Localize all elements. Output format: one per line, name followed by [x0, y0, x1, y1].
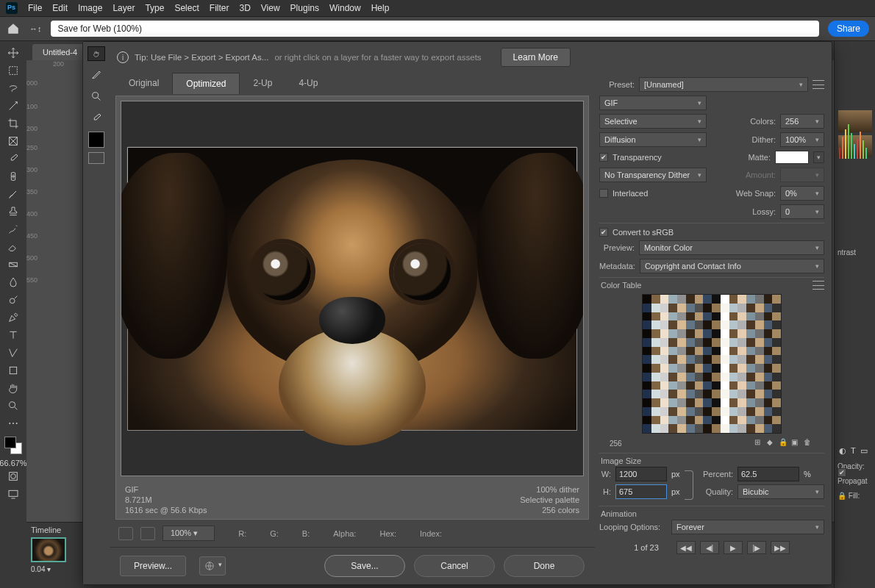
- brush-tool[interactable]: [4, 185, 23, 203]
- prev-frame-button[interactable]: ◀|: [700, 541, 719, 554]
- menu-file[interactable]: File: [28, 3, 42, 13]
- screenmode-icon[interactable]: [4, 485, 23, 503]
- ct-lock-icon[interactable]: 🔒: [779, 438, 789, 448]
- tab-original[interactable]: Original: [115, 73, 172, 94]
- menu-layer[interactable]: Layer: [113, 3, 135, 13]
- adj-square-icon[interactable]: ▭: [860, 446, 868, 456]
- tab-optimized[interactable]: Optimized: [172, 73, 240, 94]
- wand-tool[interactable]: [4, 97, 23, 115]
- sfw-eyedropper-color[interactable]: [88, 132, 104, 148]
- fg-bg-swatches[interactable]: [4, 437, 22, 454]
- reduction-select[interactable]: Selective▾: [599, 114, 707, 129]
- metadata-select[interactable]: Copyright and Contact Info▾: [640, 259, 824, 273]
- sfw-eyedropper-tool[interactable]: [88, 110, 105, 127]
- frame-tool[interactable]: [4, 132, 23, 150]
- percent-input[interactable]: [738, 467, 799, 481]
- menu-view[interactable]: View: [261, 3, 280, 13]
- tab-2up[interactable]: 2-Up: [240, 73, 285, 94]
- zoom-tool[interactable]: [4, 397, 23, 415]
- lossy-select[interactable]: 0▾: [780, 204, 824, 219]
- ct-shift-icon[interactable]: ◆: [767, 438, 777, 448]
- quickmask-icon[interactable]: [4, 467, 23, 485]
- propagate-checkbox[interactable]: [838, 468, 846, 477]
- colors-select[interactable]: 256▾: [780, 114, 824, 129]
- dither-algo-select[interactable]: Diffusion▾: [599, 132, 707, 147]
- preview-select[interactable]: Monitor Color▾: [639, 240, 824, 255]
- frame-duration[interactable]: 0.04: [31, 565, 45, 573]
- adj-text-icon[interactable]: T: [851, 446, 856, 456]
- done-button[interactable]: Done: [504, 555, 585, 577]
- menu-filter[interactable]: Filter: [210, 3, 229, 13]
- zoom-select[interactable]: 100% ▾: [162, 526, 215, 541]
- share-button[interactable]: Share: [828, 21, 869, 37]
- matte-swatch[interactable]: [775, 151, 809, 164]
- sfw-slice-visibility[interactable]: [88, 152, 104, 164]
- stamp-tool[interactable]: [4, 203, 23, 220]
- lasso-tool[interactable]: [4, 79, 23, 97]
- crop-tool[interactable]: [4, 115, 23, 132]
- preview-browser-button[interactable]: [199, 556, 226, 576]
- height-input[interactable]: [615, 484, 667, 499]
- path-tool[interactable]: [4, 344, 23, 362]
- cancel-button[interactable]: Cancel: [414, 555, 495, 577]
- history-brush-tool[interactable]: [4, 220, 23, 238]
- matte-menu[interactable]: ▾: [813, 151, 824, 163]
- websnap-select[interactable]: 0%▾: [780, 186, 824, 201]
- transparency-checkbox[interactable]: [599, 153, 608, 162]
- menu-3d[interactable]: 3D: [239, 3, 250, 13]
- hand-tool[interactable]: [4, 379, 23, 397]
- play-button[interactable]: ▶: [724, 541, 743, 554]
- nudge-left-icon[interactable]: [118, 527, 133, 540]
- move-tool[interactable]: [4, 44, 23, 62]
- dodge-tool[interactable]: [4, 291, 23, 309]
- ct-snap-icon[interactable]: ⊞: [754, 438, 765, 448]
- menu-edit[interactable]: Edit: [52, 3, 68, 13]
- lock-icon[interactable]: 🔒: [838, 492, 846, 500]
- blur-tool[interactable]: [4, 273, 23, 291]
- save-button[interactable]: Save...: [324, 555, 405, 577]
- learn-more-button[interactable]: Learn More: [501, 48, 571, 67]
- frame-dur-menu-icon[interactable]: ▾: [47, 565, 51, 573]
- brightness-contrast-button[interactable]: ntrast: [835, 160, 875, 259]
- ct-new-icon[interactable]: ▣: [791, 438, 801, 448]
- interlaced-checkbox[interactable]: [599, 189, 608, 198]
- menu-window[interactable]: Window: [329, 3, 361, 13]
- gradient-tool[interactable]: [4, 256, 23, 273]
- adj-circle-icon[interactable]: ◐: [839, 446, 846, 456]
- home-icon[interactable]: [6, 22, 21, 35]
- sfw-hand-tool[interactable]: [88, 46, 105, 61]
- preview-viewport[interactable]: [121, 101, 584, 476]
- eraser-tool[interactable]: [4, 238, 23, 256]
- menu-type[interactable]: Type: [145, 3, 164, 13]
- eyedropper-tool[interactable]: [4, 150, 23, 168]
- quality-select[interactable]: Bicubic▾: [738, 484, 824, 499]
- trans-dither-select[interactable]: No Transparency Dither▾: [599, 168, 707, 182]
- preview-button[interactable]: Preview...: [120, 556, 186, 576]
- width-input[interactable]: [615, 467, 667, 481]
- loop-select[interactable]: Forever▾: [671, 520, 824, 534]
- edit-toolbar-icon[interactable]: ⋯: [4, 415, 23, 432]
- menu-image[interactable]: Image: [78, 3, 102, 13]
- last-frame-button[interactable]: ▶▶: [771, 541, 790, 554]
- heal-tool[interactable]: [4, 168, 23, 185]
- first-frame-button[interactable]: ◀◀: [676, 541, 696, 554]
- pen-tool[interactable]: [4, 309, 23, 326]
- ct-trash-icon[interactable]: 🗑: [804, 438, 814, 448]
- tab-4up[interactable]: 4-Up: [285, 73, 331, 94]
- constrain-icon[interactable]: [685, 470, 693, 500]
- doc-tab[interactable]: Untitled-4: [32, 44, 88, 60]
- crop-ratio-icon[interactable]: ↔↕: [29, 24, 42, 33]
- color-table-menu-icon[interactable]: [813, 281, 824, 290]
- next-frame-button[interactable]: |▶: [747, 541, 766, 554]
- format-select[interactable]: GIF▾: [599, 96, 707, 110]
- preset-select[interactable]: [Unnamed]▾: [639, 77, 808, 92]
- menu-select[interactable]: Select: [174, 3, 199, 13]
- menu-plugins[interactable]: Plugins: [290, 3, 319, 13]
- type-tool[interactable]: [4, 326, 23, 344]
- shape-tool[interactable]: [4, 362, 23, 379]
- sfw-zoom-tool[interactable]: [88, 87, 105, 105]
- color-table[interactable]: [642, 294, 782, 434]
- timeline-frame-1[interactable]: [31, 537, 66, 562]
- nudge-right-icon[interactable]: [140, 527, 155, 540]
- sfw-slice-tool[interactable]: [88, 65, 105, 83]
